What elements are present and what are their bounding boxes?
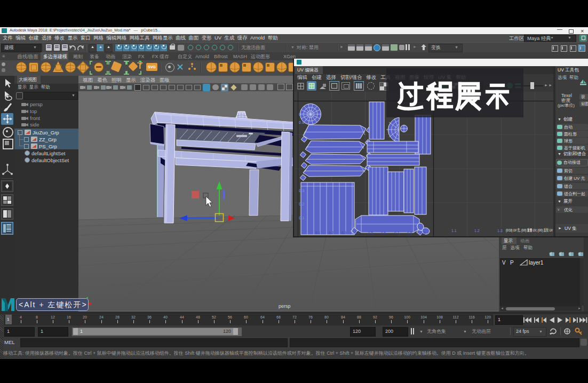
svg-text:96: 96 [389,315,393,319]
svg-text:0.2: 0.2 [329,231,333,235]
svg-text:68: 68 [276,315,281,319]
svg-text:64: 64 [260,315,265,319]
svg-text:(0/18) UV 壳, (0/0) 重叠 UV, (0/0: (0/18) UV 壳, (0/0) 重叠 UV, (0/0) 反转 UV [506,228,553,233]
svg-text:28: 28 [115,315,120,319]
svg-text:84: 84 [341,315,345,319]
svg-text:0.7: 0.7 [394,231,399,235]
svg-text:8: 8 [36,315,38,319]
svg-text:persp: persp [279,304,291,309]
svg-text:0.3: 0.3 [341,231,346,235]
svg-text:60: 60 [244,315,248,319]
svg-text:0.9: 0.9 [420,231,425,235]
svg-text:36: 36 [147,315,152,319]
svg-text:92: 92 [373,315,377,319]
svg-text:16: 16 [67,315,71,319]
svg-text:48: 48 [196,315,200,319]
svg-text:116: 116 [468,315,474,319]
svg-text:12: 12 [51,315,55,319]
svg-text:44: 44 [180,315,184,319]
svg-text:0.5: 0.5 [368,231,373,235]
svg-text:72: 72 [292,315,297,319]
svg-text:100: 100 [404,315,410,319]
svg-text:1.1: 1.1 [451,229,457,233]
svg-text:0.8: 0.8 [299,120,304,125]
svg-text:4: 4 [20,315,22,319]
svg-text:1.3: 1.3 [497,229,503,233]
svg-text:56: 56 [228,315,232,319]
svg-text:0.3: 0.3 [299,188,304,193]
svg-text:24: 24 [99,315,104,319]
svg-text:88: 88 [357,315,361,319]
svg-text:40: 40 [163,315,168,319]
svg-text:52: 52 [212,315,216,319]
svg-text:0.2: 0.2 [299,202,304,206]
svg-text:76: 76 [308,315,313,319]
svg-text:0.1: 0.1 [315,231,320,235]
svg-text:104: 104 [420,315,427,319]
svg-text:32: 32 [131,315,136,319]
svg-text:0.6: 0.6 [381,231,386,235]
svg-text:1.2: 1.2 [474,229,480,233]
svg-text:0.9: 0.9 [299,112,304,117]
svg-text:20: 20 [83,315,87,319]
svg-text:80: 80 [324,315,329,319]
svg-text:120: 120 [484,315,491,319]
svg-text:0.8: 0.8 [407,231,412,235]
svg-text:0.1: 0.1 [299,216,304,220]
svg-text:112: 112 [452,315,458,319]
svg-text:0.4: 0.4 [355,231,360,235]
svg-text:108: 108 [436,315,443,319]
